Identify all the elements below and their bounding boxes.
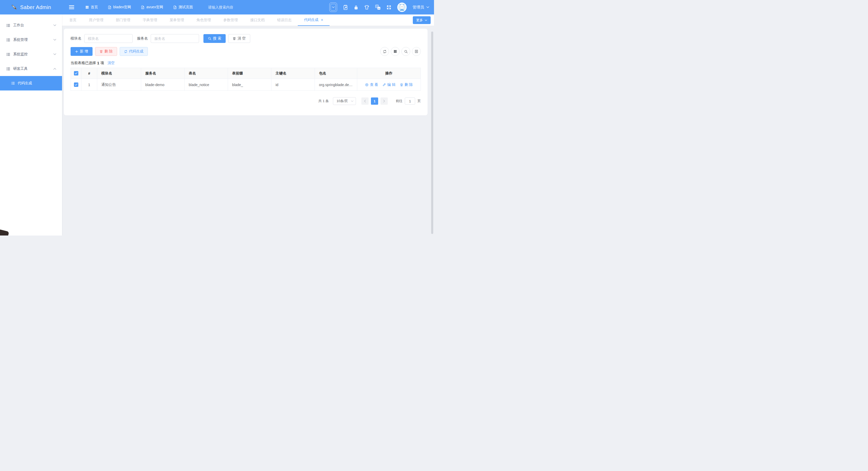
- sidebar-item-label: 系统监控: [13, 52, 28, 57]
- search-icon: [208, 37, 212, 40]
- goto-label: 前往: [396, 99, 402, 103]
- tab-home[interactable]: 首页: [63, 14, 83, 26]
- document-icon: [108, 5, 112, 9]
- chevron-down-icon: [426, 6, 429, 8]
- vertical-scrollbar[interactable]: [431, 32, 433, 234]
- nav-item-testpage[interactable]: 测试页面: [173, 5, 193, 9]
- delete-label: 删 除: [104, 49, 113, 54]
- codegen-button[interactable]: 代码生成: [120, 47, 148, 56]
- nav-item-avuex[interactable]: avuex官网: [141, 5, 163, 9]
- user-avatar[interactable]: [397, 3, 407, 12]
- sidebar-item-code-generation[interactable]: 代码生成: [0, 76, 62, 91]
- service-name-input[interactable]: [151, 34, 199, 43]
- sidebar-item-dev-tools[interactable]: 研发工具: [0, 62, 62, 76]
- fullscreen-icon[interactable]: [386, 5, 391, 10]
- delete-link[interactable]: 删 除: [400, 83, 413, 87]
- more-label: 更多: [416, 18, 423, 23]
- collapse-panel-icon[interactable]: [329, 3, 337, 12]
- edit-link[interactable]: 编 辑: [382, 83, 396, 87]
- clear-label: 清 空: [238, 36, 246, 41]
- theme-icon[interactable]: [364, 5, 369, 9]
- cell-table-name: blade_notice: [185, 79, 228, 91]
- nav-label: bladex官网: [113, 5, 131, 9]
- maintenance-icon[interactable]: [343, 5, 348, 10]
- trash-icon: [99, 50, 103, 53]
- cell-index: 1: [82, 79, 97, 91]
- view-link[interactable]: 查 看: [365, 83, 378, 87]
- clear-selection-link[interactable]: 清空: [107, 61, 115, 65]
- search-button[interactable]: 搜 索: [204, 34, 226, 43]
- user-menu[interactable]: 管理员: [412, 5, 429, 10]
- tab-menu-management[interactable]: 菜单管理: [163, 14, 190, 26]
- sidebar: 工作台 系统管理 系统监控: [0, 14, 62, 236]
- table-toolbar: 新 增 删 除 代码生成: [70, 47, 421, 56]
- sidebar-item-label: 代码生成: [18, 81, 32, 86]
- next-page-button[interactable]: [380, 97, 388, 105]
- table-header-row: # 模块名 服务名 表名 表前缀 主键名 包名 操作: [71, 68, 421, 79]
- codegen-label: 代码生成: [129, 49, 144, 54]
- codegen-table: # 模块名 服务名 表名 表前缀 主键名 包名 操作: [70, 68, 421, 91]
- goto-page-input[interactable]: [405, 97, 415, 105]
- nav-item-home[interactable]: 首页: [85, 5, 98, 9]
- sidebar-item-label: 工作台: [13, 23, 24, 28]
- tab-api-docs[interactable]: 接口文档: [244, 14, 271, 26]
- plus-icon: [75, 50, 78, 53]
- sidebar-item-system-management[interactable]: 系统管理: [0, 33, 62, 47]
- cell-service: blade-demo: [141, 79, 185, 91]
- user-name: 管理员: [412, 5, 424, 10]
- document-icon: [173, 5, 177, 9]
- tab-user-management[interactable]: 用户管理: [83, 14, 110, 26]
- more-tabs-button[interactable]: 更多: [413, 16, 431, 24]
- tab-error-log[interactable]: 错误日志: [271, 14, 298, 26]
- page-size-select[interactable]: 10条/页: [333, 97, 356, 105]
- list-icon: [6, 23, 10, 28]
- column-settings-icon[interactable]: [412, 47, 421, 56]
- app-title: Saber Admin: [20, 4, 51, 10]
- selection-text: 项: [100, 61, 104, 65]
- tab-bar: 首页 用户管理 部门管理 字典管理 菜单管理 角色管理 参数管理 接口文档 错误…: [62, 14, 434, 26]
- cell-table-prefix: blade_: [228, 79, 271, 91]
- clear-button[interactable]: 清 空: [228, 34, 250, 43]
- sidebar-collapse-icon[interactable]: [69, 4, 74, 10]
- refresh-icon[interactable]: [380, 47, 389, 56]
- prev-page-button[interactable]: [361, 97, 369, 105]
- nav-item-bladex[interactable]: bladex官网: [108, 5, 131, 9]
- delete-label: 删 除: [405, 83, 413, 87]
- code-generation-panel: 模块名 服务名 搜 索 清 空: [64, 29, 428, 115]
- table-view-tools: [380, 47, 421, 56]
- translate-icon[interactable]: 中 A: [375, 5, 380, 10]
- tab-dept-management[interactable]: 部门管理: [110, 14, 136, 26]
- sidebar-item-system-monitor[interactable]: 系统监控: [0, 47, 62, 62]
- tab-param-management[interactable]: 参数管理: [217, 14, 244, 26]
- column-grid-icon[interactable]: [391, 47, 400, 56]
- cell-primary-key: id: [271, 79, 315, 91]
- top-header: Saber Admin 首页 bladex官网 a: [0, 0, 434, 14]
- nav-label: 首页: [91, 5, 98, 9]
- trash-icon: [400, 83, 403, 87]
- nav-label: 测试页面: [179, 5, 193, 9]
- sidebar-item-workbench[interactable]: 工作台: [0, 18, 62, 33]
- goto-suffix: 页: [417, 99, 421, 103]
- lock-icon[interactable]: [354, 5, 358, 10]
- close-icon[interactable]: [321, 19, 323, 21]
- column-header-actions: 操作: [357, 68, 421, 79]
- selection-info: 当前表格已选择 1 项 清空: [70, 61, 421, 65]
- total-count: 共 1 条: [318, 99, 329, 103]
- search-toggle-icon[interactable]: [401, 47, 410, 56]
- chevron-down-icon: [351, 100, 353, 102]
- main-area: 首页 用户管理 部门管理 字典管理 菜单管理 角色管理 参数管理 接口文档 错误…: [62, 14, 434, 236]
- chevron-down-icon: [425, 20, 427, 21]
- chevron-down-icon: [53, 24, 56, 26]
- add-button[interactable]: 新 增: [70, 47, 93, 56]
- select-all-checkbox[interactable]: [74, 71, 78, 75]
- dagger-icon: [11, 4, 18, 10]
- delete-button[interactable]: 删 除: [95, 47, 117, 56]
- cell-package: org.springblade.desk...: [315, 79, 357, 91]
- global-search-input[interactable]: [208, 5, 260, 9]
- tab-role-management[interactable]: 角色管理: [190, 14, 217, 26]
- module-name-input[interactable]: [84, 34, 133, 43]
- row-checkbox[interactable]: [74, 83, 78, 87]
- tab-code-generation[interactable]: 代码生成: [298, 14, 330, 26]
- tab-dict-management[interactable]: 字典管理: [136, 14, 163, 26]
- page-number-current[interactable]: 1: [371, 97, 378, 105]
